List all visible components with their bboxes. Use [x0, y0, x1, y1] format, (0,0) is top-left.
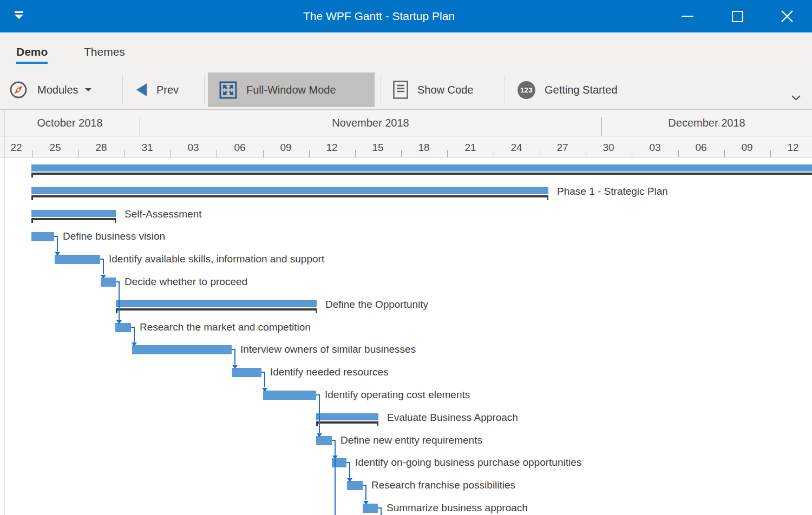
gantt-bar-define-new-entity-requirements[interactable] [316, 436, 332, 445]
dependency-connector [349, 462, 350, 478]
gantt-bar-define-business-vision[interactable] [31, 232, 54, 241]
day-tick [401, 150, 402, 157]
tab-themes[interactable]: Themes [84, 38, 125, 66]
day-tick [309, 150, 310, 157]
gantt-bar-identify-available-skills-information-and-support[interactable] [55, 255, 100, 264]
dependency-arrow-icon [101, 275, 106, 279]
full-window-mode-button[interactable]: Full-Window Mode [208, 72, 375, 107]
day-tick [586, 150, 586, 157]
task-label-identify-needed-resources: Identify needed resources [270, 366, 389, 378]
dependency-connector [319, 394, 320, 433]
dependency-arrow-icon [347, 478, 352, 482]
gantt-bar-research-the-market-and-competition[interactable] [115, 323, 131, 332]
gantt-bar-evaluate-business-approach[interactable] [316, 413, 378, 420]
task-label-evaluate-business-approach: Evaluate Business Approach [387, 412, 518, 424]
day-label-12: 12 [326, 138, 337, 157]
day-label-24: 24 [510, 138, 522, 157]
summary-end-tick [316, 421, 318, 426]
dependency-connector [57, 236, 58, 252]
day-label-21: 21 [464, 138, 476, 157]
collapse-ribbon-chevron[interactable] [791, 93, 801, 103]
gantt-bar-research-franchise-possibilities[interactable] [347, 481, 363, 490]
summary-end-tick [377, 421, 379, 426]
day-label-28: 28 [95, 138, 107, 157]
dependency-connector [234, 349, 235, 365]
task-label-self-assessment: Self-Assessment [125, 208, 202, 220]
gantt-bar-define-the-opportunity[interactable] [116, 300, 317, 307]
task-label-decide-whether-to-proceed: Decide whether to proceed [125, 276, 247, 288]
gantt-bar-self-assessment[interactable] [31, 210, 116, 217]
task-label-identify-on-going-business-purchase-opportunities: Identify on-going business purchase oppo… [355, 457, 581, 468]
day-label-06: 06 [695, 138, 706, 157]
day-tick [632, 150, 632, 157]
toolbar-separator [204, 75, 205, 104]
dependency-connector [134, 327, 135, 342]
dependency-connector [119, 281, 120, 320]
day-tick [171, 150, 171, 157]
toolbar-separator [381, 75, 381, 104]
task-label-identify-operating-cost-elements: Identify operating cost elements [325, 389, 470, 401]
getting-started-button[interactable]: 123 Getting Started [518, 72, 618, 107]
dependency-connector [335, 440, 336, 515]
month-separator [140, 117, 140, 136]
day-tick [125, 150, 125, 157]
day-label-27: 27 [556, 138, 568, 157]
maximize-button[interactable] [712, 0, 762, 32]
expand-icon [219, 81, 237, 99]
app-window: The WPF Gantt - Startup Plan Demo Themes [0, 0, 812, 515]
task-label-research-franchise-possibilities: Research franchise possibilities [371, 479, 515, 491]
summary-underline [316, 421, 378, 424]
tab-themes-label: Themes [84, 45, 125, 58]
gantt-bar-decide-whether-to-proceed[interactable] [101, 278, 116, 287]
summary-underline [31, 173, 812, 175]
summary-end-tick [316, 308, 317, 313]
prev-label: Prev [156, 84, 179, 96]
day-tick [540, 150, 540, 157]
numbers-badge-icon: 123 [518, 81, 535, 99]
tab-demo-label: Demo [16, 45, 48, 58]
close-button[interactable] [762, 0, 812, 32]
tab-demo[interactable]: Demo [16, 38, 48, 66]
close-icon [780, 9, 794, 23]
title-bar: The WPF Gantt - Startup Plan [0, 0, 812, 32]
dependency-connector [365, 485, 366, 500]
day-label-31: 31 [141, 138, 153, 157]
gantt-bar-summarize-business-approach[interactable] [363, 504, 378, 513]
day-tick [494, 150, 494, 157]
gantt-chart: Phase 1 - Strategic PlanSelf-AssessmentD… [0, 158, 812, 515]
show-code-label: Show Code [417, 84, 473, 96]
gantt-bar-identify-operating-cost-elements[interactable] [263, 391, 316, 400]
show-code-button[interactable]: Show Code [393, 72, 473, 107]
day-tick [263, 150, 264, 157]
month-header-october-2018: October 2018 [0, 110, 140, 136]
summary-end-tick [116, 308, 117, 313]
day-tick [724, 150, 725, 157]
dependency-arrow-icon [132, 342, 137, 346]
task-label-summarize-business-approach: Summarize business approach [387, 502, 528, 514]
day-tick [32, 150, 33, 157]
day-label-18: 18 [418, 138, 429, 157]
day-label-30: 30 [603, 138, 614, 157]
task-label-define-business-vision: Define business vision [63, 230, 165, 242]
task-label-define-the-opportunity: Define the Opportunity [325, 299, 428, 311]
back-arrow-icon [135, 83, 147, 97]
minimize-button[interactable] [663, 0, 712, 32]
gantt-bar-phase-1-strategic-plan[interactable] [31, 187, 548, 194]
gantt-bar-identify-needed-resources[interactable] [232, 368, 261, 377]
day-tick [78, 150, 79, 157]
task-label-research-the-market-and-competition: Research the market and competition [140, 321, 311, 333]
day-tick [770, 150, 771, 157]
minimize-icon [682, 16, 693, 17]
day-label-22: 22 [10, 138, 22, 157]
gantt-bar-project-summary[interactable] [31, 164, 812, 171]
header-divider [0, 136, 812, 136]
task-label-identify-available-skills-information-and-support: Identify available skills, information a… [109, 253, 324, 265]
dependency-arrow-icon [116, 320, 122, 324]
gantt-bar-interview-owners-of-similar-businesses[interactable] [132, 345, 232, 354]
dependency-arrow-icon [363, 501, 369, 505]
day-label-06: 06 [234, 138, 245, 157]
prev-button[interactable]: Prev [135, 72, 179, 107]
task-label-interview-owners-of-similar-businesses: Interview owners of similar businesses [240, 344, 416, 355]
chevron-down-icon [791, 95, 801, 101]
modules-button[interactable]: Modules [9, 72, 91, 107]
